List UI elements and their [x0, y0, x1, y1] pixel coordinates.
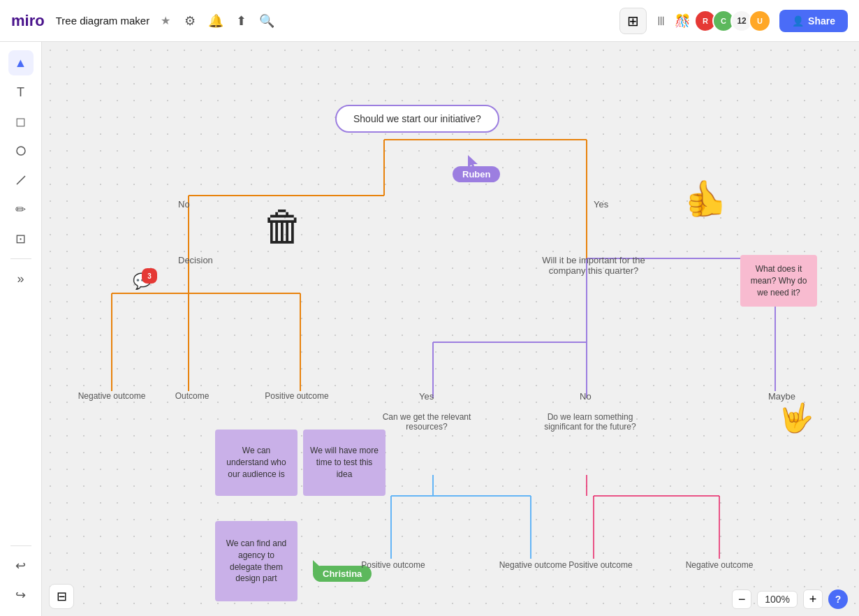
bottombar: − 100% + ?	[721, 582, 859, 616]
avatar-group: R C 12 U	[698, 10, 771, 32]
search-icon[interactable]: 🔍	[259, 13, 274, 29]
more-tools[interactable]: »	[8, 266, 34, 291]
zoom-level: 100%	[757, 591, 798, 608]
topbar-right: ⊞ ⫼ 🎊 R C 12 U 👤 Share	[619, 8, 848, 34]
label-yes: Yes	[594, 199, 608, 210]
apps-button[interactable]: ⊞	[619, 8, 647, 34]
topbar-icons: ⚙ 🔔 ⬆ 🔍	[184, 13, 274, 29]
decision-label: Decision	[178, 255, 213, 265]
topbar: miro Tree diagram maker ★ ⚙ 🔔 ⬆ 🔍 ⊞ ⫼ 🎊 …	[0, 0, 859, 42]
select-tool[interactable]: ▲	[8, 50, 34, 75]
outcome-no-negative: Negative outcome	[674, 560, 765, 570]
avatar-3: U	[749, 10, 771, 32]
sticky-what[interactable]: What does it mean? Why do we need it?	[740, 255, 817, 307]
sticky-time[interactable]: We will have more time to test this idea	[303, 430, 386, 496]
outcome-negative-left: Negative outcome	[77, 391, 147, 401]
shapes-tool[interactable]	[8, 138, 34, 163]
zoom-out-button[interactable]: −	[732, 589, 751, 609]
text-tool[interactable]: T	[8, 80, 34, 105]
app-logo: miro	[11, 12, 45, 30]
notification-icon[interactable]: 🔔	[208, 13, 223, 29]
share-icon: 👤	[792, 15, 804, 27]
svg-point-0	[17, 147, 25, 155]
redo-button[interactable]: ↪	[8, 582, 34, 608]
thumb-up-icon: 👍	[684, 178, 728, 219]
canvas[interactable]: Should we start our initiative? Ruben Ch…	[42, 42, 859, 616]
panel-toggle-button[interactable]: ⊟	[49, 584, 74, 609]
comment-count-1: 3	[142, 268, 157, 284]
root-node[interactable]: Should we start our initiative?	[335, 105, 499, 133]
outcome-yes-positive: Positive outcome	[355, 560, 432, 570]
settings-icon[interactable]: ⚙	[184, 13, 196, 29]
celebrate-icon[interactable]: 🎊	[675, 13, 690, 29]
label-yes-sub: Yes	[419, 391, 434, 402]
label-maybe: Maybe	[768, 391, 795, 402]
collaboration-icons: ⫼ 🎊	[655, 13, 690, 29]
comment-group-1[interactable]: 💬 3	[133, 272, 152, 291]
outcome-positive: Positive outcome	[262, 391, 332, 401]
label-no: No	[178, 199, 190, 210]
outcome-no-positive: Positive outcome	[562, 560, 639, 570]
frame-tool[interactable]: ⊡	[8, 226, 34, 251]
pen-tool[interactable]: ✏	[8, 197, 34, 222]
share-button[interactable]: 👤 Share	[779, 10, 848, 32]
question-learn[interactable]: Do we learn something significant for th…	[531, 412, 649, 432]
document-title[interactable]: Tree diagram maker	[56, 15, 150, 27]
upload-icon[interactable]: ⬆	[236, 13, 247, 29]
svg-line-1	[17, 176, 25, 184]
favorite-icon[interactable]: ★	[161, 14, 170, 27]
outcome-center: Outcome	[157, 391, 227, 401]
line-tool[interactable]	[8, 168, 34, 193]
cursor-label-ruben: Ruben	[453, 166, 500, 182]
sticky-tool[interactable]: ◻	[8, 109, 34, 134]
sticky-audience[interactable]: We can understand who our audience is	[215, 430, 298, 496]
side-toolbar: ▲ T ◻ ✏ ⊡ » ↩ ↪	[0, 42, 42, 616]
question-resources[interactable]: Can we get the relevant resources?	[374, 412, 479, 432]
zoom-in-button[interactable]: +	[803, 589, 823, 609]
undo-button[interactable]: ↩	[8, 553, 34, 578]
filter-icon[interactable]: ⫼	[655, 13, 668, 28]
sticky-agency[interactable]: We can find and agency to delegate them …	[215, 521, 298, 601]
hand-icon: 🤟	[779, 402, 814, 434]
label-no-sub: No	[580, 391, 592, 402]
right-question[interactable]: Will it be important for the company thi…	[524, 255, 663, 276]
trash-sticker: 🗑	[263, 203, 304, 251]
help-button[interactable]: ?	[828, 589, 848, 609]
